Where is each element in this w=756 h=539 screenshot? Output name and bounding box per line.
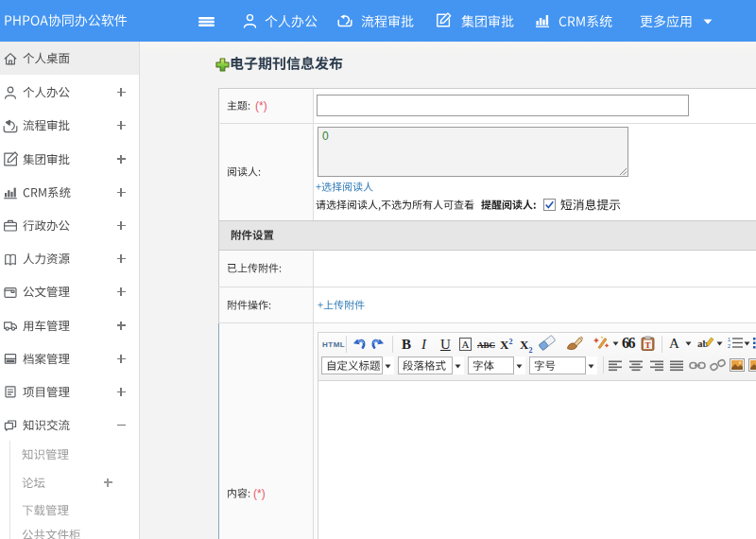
svg-text:T: T <box>644 340 650 350</box>
svg-text:1: 1 <box>728 337 730 342</box>
svg-text:2: 2 <box>728 343 730 349</box>
